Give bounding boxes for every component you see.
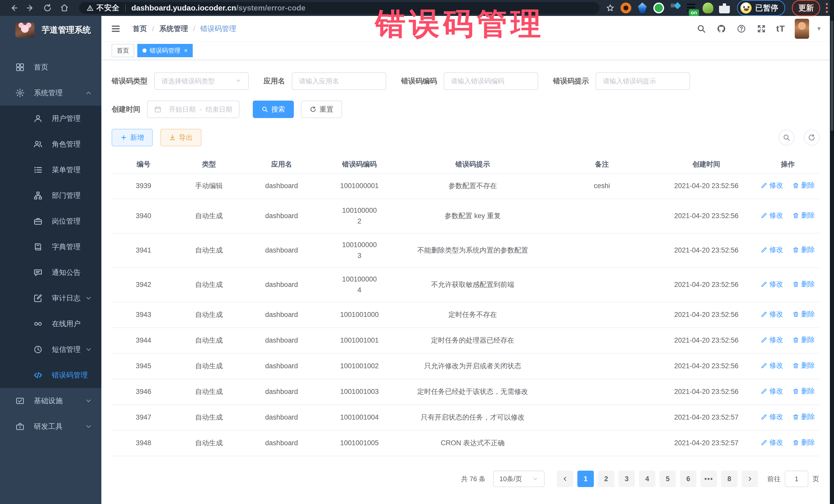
cell-type: 自动生成 <box>175 211 242 221</box>
sidebar-item-菜单管理[interactable]: 菜单管理 <box>0 157 101 183</box>
sidebar-item-字典管理[interactable]: 字典管理 <box>0 234 101 260</box>
edit-link[interactable]: 修改 <box>761 360 783 371</box>
sidebar-item-首页[interactable]: 首页 <box>0 54 101 80</box>
browser-home-icon[interactable] <box>60 3 69 13</box>
edit-link[interactable]: 修改 <box>761 180 783 191</box>
avatar-caret-icon[interactable]: ▾ <box>817 25 821 32</box>
edit-link[interactable]: 修改 <box>761 279 783 290</box>
delete-link[interactable]: 删除 <box>792 412 815 422</box>
app-logo-row[interactable]: 芋道管理系统 <box>0 16 101 44</box>
next-page-button[interactable] <box>742 470 758 487</box>
insecure-warning-icon <box>87 5 93 11</box>
header-search-icon[interactable] <box>696 24 706 34</box>
sidebar-item-在线用户[interactable]: 在线用户 <box>0 311 101 337</box>
edit-link[interactable]: 修改 <box>761 245 783 255</box>
browser-forward-icon[interactable] <box>26 3 36 13</box>
page-button-3[interactable]: 3 <box>618 470 635 487</box>
sidebar-item-研发工具[interactable]: 研发工具 <box>0 414 101 439</box>
goto-page-input[interactable]: 1 <box>785 470 808 487</box>
scrollbar-thumb[interactable] <box>831 21 833 131</box>
edit-link[interactable]: 修改 <box>761 412 783 422</box>
sidebar-item-审计日志[interactable]: 审计日志 <box>0 285 101 311</box>
browser-menu-icon[interactable] <box>826 3 828 13</box>
tab-close-icon[interactable]: × <box>184 47 188 54</box>
delete-link[interactable]: 删除 <box>792 309 815 320</box>
edit-link[interactable]: 修改 <box>761 386 783 397</box>
error-hint-input[interactable]: 请输入错误码提示 <box>596 72 690 90</box>
sidebar-item-错误码管理[interactable]: 错误码管理 <box>0 363 101 388</box>
github-icon[interactable] <box>716 24 726 34</box>
profile-paused-pill[interactable]: 已暂停 <box>737 0 785 16</box>
browser-back-icon[interactable] <box>9 3 19 13</box>
date-range-picker[interactable]: 开始日期 - 结束日期 <box>147 101 239 118</box>
error-code-input[interactable]: 请输入错误码编码 <box>444 72 538 90</box>
search-button[interactable]: 搜索 <box>253 101 294 118</box>
delete-link[interactable]: 删除 <box>792 210 815 221</box>
sidebar-item-label: 在线用户 <box>52 319 92 329</box>
breadcrumb-home[interactable]: 首页 <box>133 24 147 34</box>
prev-page-button[interactable] <box>557 470 573 487</box>
extension-grid-icon[interactable] <box>670 3 681 13</box>
delete-link[interactable]: 删除 <box>792 279 815 290</box>
edit-link[interactable]: 修改 <box>761 335 783 345</box>
page-button-8[interactable]: 8 <box>721 470 738 487</box>
delete-link[interactable]: 删除 <box>792 437 815 448</box>
font-size-icon[interactable]: tT <box>776 24 785 34</box>
bookmark-star-icon[interactable] <box>606 4 614 12</box>
delete-link[interactable]: 删除 <box>792 335 815 345</box>
export-button[interactable]: 导出 <box>160 129 201 146</box>
dev-tools-icon <box>15 422 25 431</box>
sidebar-item-岗位管理[interactable]: 岗位管理 <box>0 209 101 234</box>
edit-link[interactable]: 修改 <box>761 210 783 221</box>
delete-link[interactable]: 删除 <box>792 180 815 191</box>
page-button-6[interactable]: 6 <box>680 470 697 487</box>
browser-scrollbar[interactable] <box>830 0 834 504</box>
hide-search-button[interactable] <box>778 130 794 146</box>
extension-orange-icon[interactable] <box>620 3 631 13</box>
trash-icon <box>792 363 799 369</box>
browser-update-button[interactable]: 更新 <box>792 0 820 16</box>
delete-link[interactable]: 删除 <box>792 386 815 397</box>
menu-list-icon <box>34 165 43 175</box>
address-divider <box>125 4 126 12</box>
delete-link[interactable]: 删除 <box>792 245 815 255</box>
fullscreen-icon[interactable] <box>756 24 767 34</box>
edit-link[interactable]: 修改 <box>761 437 783 448</box>
sidebar-item-通知公告[interactable]: 通知公告 <box>0 260 101 285</box>
sidebar-item-基础设施[interactable]: 基础设施 <box>0 388 101 414</box>
hamburger-icon[interactable] <box>111 23 122 34</box>
tab-home[interactable]: 首页 <box>112 44 134 57</box>
error-type-select[interactable]: 请选择错误码类型 <box>154 72 249 90</box>
extensions-puzzle-icon[interactable] <box>719 3 730 13</box>
user-avatar[interactable] <box>795 19 809 39</box>
sidebar-item-用户管理[interactable]: 用户管理 <box>0 106 101 131</box>
reset-button[interactable]: 重置 <box>301 101 342 118</box>
breadcrumb-system[interactable]: 系统管理 <box>159 24 188 34</box>
page-button-2[interactable]: 2 <box>598 470 614 487</box>
refresh-table-button[interactable] <box>804 130 820 146</box>
extension-list-icon[interactable]: on <box>686 3 697 13</box>
delete-link[interactable]: 删除 <box>792 360 815 371</box>
page-size-select[interactable]: 10条/页 <box>493 470 545 487</box>
edit-link[interactable]: 修改 <box>761 309 783 320</box>
add-button[interactable]: 新增 <box>112 129 153 146</box>
page-button-1[interactable]: 1 <box>577 470 594 487</box>
page-more-button[interactable]: ••• <box>701 470 717 487</box>
extension-green-icon[interactable] <box>653 3 664 13</box>
extension-gem-icon[interactable] <box>637 3 648 13</box>
sidebar-item-短信管理[interactable]: 短信管理 <box>0 337 101 363</box>
delete-link-label: 删除 <box>801 245 815 255</box>
page-button-4[interactable]: 4 <box>639 470 655 487</box>
app-name-input[interactable]: 请输入应用名 <box>292 72 386 90</box>
page-button-5[interactable]: 5 <box>659 470 676 487</box>
sidebar-item-部门管理[interactable]: 部门管理 <box>0 183 101 209</box>
cell-id: 3942 <box>112 280 175 290</box>
sidebar-item-系统管理[interactable]: 系统管理 <box>0 80 101 106</box>
sidebar-item-角色管理[interactable]: 角色管理 <box>0 131 101 157</box>
cell-time: 2021-04-20 23:52:56 <box>657 335 756 346</box>
active-tab-dot <box>142 48 147 52</box>
extension-key-icon[interactable] <box>703 3 714 13</box>
browser-reload-icon[interactable] <box>43 3 52 13</box>
tab-error-code[interactable]: 错误码管理 × <box>137 44 193 57</box>
help-icon[interactable] <box>736 24 746 34</box>
